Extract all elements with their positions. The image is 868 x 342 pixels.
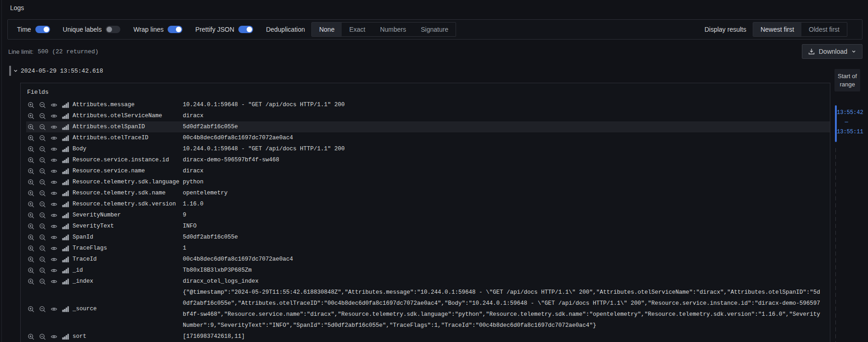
filter-for-value-button[interactable] [27,256,34,263]
filter-for-value-button[interactable] [27,305,34,313]
field-stats-button[interactable] [62,112,69,120]
toggle-field-visibility-button[interactable] [50,167,57,175]
filter-for-value-button[interactable] [27,200,34,208]
field-row[interactable]: Attributes.message 10.244.0.1:59648 - "G… [26,99,830,110]
segment-option[interactable]: None [312,23,342,36]
filter-for-value-button[interactable] [27,189,34,197]
toggle-field-visibility-button[interactable] [50,178,57,186]
toggle-switch[interactable] [168,26,182,33]
toggle-field-visibility-button[interactable] [50,123,57,131]
toggle-field-visibility-button[interactable] [50,101,57,108]
filter-out-value-button[interactable] [39,278,46,285]
filter-for-value-button[interactable] [27,267,34,274]
field-stats-button[interactable] [62,333,69,340]
filter-for-value-button[interactable] [27,167,34,175]
field-stats-button[interactable] [62,156,69,164]
filter-for-value-button[interactable] [27,333,34,340]
field-row[interactable]: Resource.telemetry.sdk.language python [26,177,830,188]
toggle-field-visibility-button[interactable] [50,234,57,241]
field-row[interactable]: Attributes.otelServiceName diracx [26,110,830,121]
field-row[interactable]: Body 10.244.0.1:59648 - "GET /api/docs H… [26,143,830,154]
filter-out-value-button[interactable] [39,112,46,120]
filter-for-value-button[interactable] [27,123,34,131]
filter-out-value-button[interactable] [39,134,46,142]
toggle-field-visibility-button[interactable] [50,156,57,164]
filter-for-value-button[interactable] [27,278,34,285]
field-row[interactable]: TraceId 00c4b8dec6d0fa8c1697dc7072ae0ac4 [26,254,830,265]
filter-out-value-button[interactable] [39,211,46,219]
log-entry-row[interactable]: 2024-05-29 13:55:42.618 [9,65,862,76]
field-stats-button[interactable] [62,305,69,313]
filter-for-value-button[interactable] [27,134,34,142]
field-stats-button[interactable] [62,234,69,241]
field-stats-button[interactable] [62,189,69,197]
toggle-field-visibility-button[interactable] [50,222,57,230]
toggle-field-visibility-button[interactable] [50,333,57,340]
field-row[interactable]: sort [1716983742618,11] [26,331,830,342]
field-stats-button[interactable] [62,211,69,219]
filter-for-value-button[interactable] [27,222,34,230]
download-button[interactable]: Download [802,44,862,59]
field-stats-button[interactable] [62,145,69,153]
field-stats-button[interactable] [62,245,69,252]
toggle-field-visibility-button[interactable] [50,305,57,313]
field-stats-button[interactable] [62,278,69,285]
toggle-field-visibility-button[interactable] [50,278,57,285]
segment-option[interactable]: Numbers [372,23,413,36]
field-row[interactable]: SpanId 5d0df2abf16c055e [26,232,830,243]
field-row[interactable]: SeverityNumber 9 [26,210,830,221]
segment-option[interactable]: Exact [342,23,372,36]
field-row[interactable]: Attributes.otelTraceID 00c4b8dec6d0fa8c1… [26,132,830,143]
filter-for-value-button[interactable] [27,245,34,252]
toggle-field-visibility-button[interactable] [50,189,57,197]
filter-for-value-button[interactable] [27,156,34,164]
field-row[interactable]: TraceFlags 1 [26,243,830,254]
toggle-field-visibility-button[interactable] [50,145,57,153]
field-row[interactable]: Resource.service.instance.id diracx-demo… [26,154,830,165]
field-stats-button[interactable] [62,267,69,274]
segment-option[interactable]: Signature [413,23,456,36]
filter-out-value-button[interactable] [39,234,46,241]
filter-for-value-button[interactable] [27,145,34,153]
field-row[interactable]: Resource.service.name diracx [26,165,830,177]
field-stats-button[interactable] [62,256,69,263]
filter-out-value-button[interactable] [39,145,46,153]
field-stats-button[interactable] [62,167,69,175]
toggle-field-visibility-button[interactable] [50,112,57,120]
field-stats-button[interactable] [62,178,69,186]
toggle-field-visibility-button[interactable] [50,134,57,142]
field-stats-button[interactable] [62,101,69,108]
collapse-log-button[interactable] [13,68,18,74]
field-row[interactable]: Resource.telemetry.sdk.name opentelemetr… [26,188,830,199]
field-stats-button[interactable] [62,134,69,142]
filter-for-value-button[interactable] [27,101,34,108]
filter-for-value-button[interactable] [27,178,34,186]
field-stats-button[interactable] [62,123,69,131]
field-row[interactable]: Attributes.otelSpanID 5d0df2abf16c055e [26,121,830,132]
filter-out-value-button[interactable] [39,305,46,313]
toggle-switch[interactable] [35,26,50,33]
filter-out-value-button[interactable] [39,333,46,340]
filter-out-value-button[interactable] [39,267,46,274]
segment-option[interactable]: Newest first [753,23,801,36]
field-row[interactable]: Resource.telemetry.sdk.version 1.16.0 [26,199,830,210]
field-row[interactable]: _source {"@timestamp":"2024-05-29T11:55:… [26,287,830,331]
field-row[interactable]: _index diracx_otel_logs_index [26,276,830,287]
field-row[interactable]: _id Tb80xI8B3lxbP3P685Zm [26,265,830,276]
field-stats-button[interactable] [62,222,69,230]
toggle-switch[interactable] [238,26,253,33]
filter-out-value-button[interactable] [39,200,46,208]
filter-for-value-button[interactable] [27,112,34,120]
filter-out-value-button[interactable] [39,256,46,263]
filter-out-value-button[interactable] [39,222,46,230]
filter-out-value-button[interactable] [39,178,46,186]
filter-out-value-button[interactable] [39,101,46,108]
filter-out-value-button[interactable] [39,245,46,252]
toggle-switch[interactable] [106,26,120,33]
filter-for-value-button[interactable] [27,234,34,241]
field-stats-button[interactable] [62,200,69,208]
filter-out-value-button[interactable] [39,123,46,131]
filter-out-value-button[interactable] [39,189,46,197]
toggle-field-visibility-button[interactable] [50,245,57,252]
filter-for-value-button[interactable] [27,211,34,219]
